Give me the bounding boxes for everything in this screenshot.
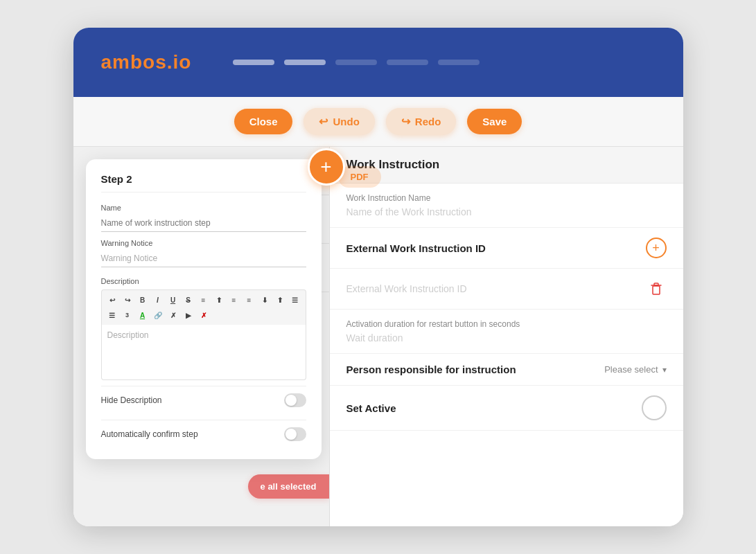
- work-instruction-name-row: Work Instruction Name Name of the Work I…: [330, 184, 683, 228]
- main-content: + Step 2 Name Warning Notice Warning Not…: [73, 147, 683, 526]
- editor-video[interactable]: ▶: [182, 308, 195, 322]
- editor-align-justify[interactable]: ≡: [243, 293, 256, 307]
- wi-name-label: Work Instruction Name: [346, 193, 667, 203]
- hide-desc-label: Hide Description: [101, 395, 162, 405]
- step2-title: Step 2: [101, 173, 306, 193]
- editor-heading[interactable]: 3: [121, 308, 134, 322]
- editor-align-center[interactable]: ⬆: [212, 293, 226, 307]
- activation-placeholder: Wait duration: [346, 332, 667, 343]
- person-placeholder: Please select: [604, 364, 658, 375]
- wi-name-value: Name of the Work Instruction: [346, 206, 667, 217]
- step2-card: Step 2 Name Warning Notice Warning Notic…: [86, 159, 322, 459]
- nav-pill-2[interactable]: [284, 60, 326, 65]
- external-id-add-row: External Work Instruction ID +: [330, 228, 683, 269]
- close-label: Close: [249, 116, 278, 127]
- editor-align-right[interactable]: ≡: [227, 293, 241, 307]
- editor-redo[interactable]: ↪: [121, 293, 134, 307]
- close-button[interactable]: Close: [234, 109, 293, 134]
- nav-pill-1[interactable]: [233, 60, 274, 65]
- activation-duration-row: Activation duration for restart button i…: [330, 310, 683, 354]
- editor-undo[interactable]: ↩: [105, 293, 119, 307]
- right-panel: Work Instruction Work Instruction Name N…: [330, 147, 683, 526]
- nav-pill-3[interactable]: [335, 60, 377, 65]
- editor-strikethrough[interactable]: S: [182, 293, 195, 307]
- editor-list-ol[interactable]: ☰: [105, 308, 119, 322]
- editor-underline[interactable]: U: [166, 293, 180, 307]
- left-panel: Step 2 Name Warning Notice Warning Notic…: [73, 147, 330, 526]
- external-id-delete-row: External Work Instruction ID: [330, 269, 683, 310]
- hide-desc-toggle[interactable]: [284, 393, 306, 407]
- editor-indent[interactable]: ⬇: [258, 293, 272, 307]
- ext-id-input[interactable]: External Work Instruction ID: [346, 283, 646, 294]
- editor-unlink[interactable]: ✗: [166, 308, 180, 322]
- editor-remove[interactable]: ✗: [197, 308, 211, 322]
- set-active-label: Set Active: [346, 402, 396, 414]
- person-select[interactable]: Please select ▾: [604, 364, 666, 375]
- nav-pill-5[interactable]: [438, 60, 480, 65]
- activation-label: Activation duration for restart button i…: [346, 319, 667, 329]
- desc-placeholder: Description: [107, 330, 149, 340]
- redo-button[interactable]: ↪ Redo: [386, 108, 457, 135]
- editor-italic[interactable]: I: [151, 293, 165, 307]
- editor-area[interactable]: Description: [101, 325, 306, 380]
- name-label: Name: [101, 204, 306, 212]
- brand-logo: ambos.io: [101, 51, 192, 73]
- add-button[interactable]: +: [308, 148, 345, 186]
- warning-notice-label: Warning Notice: [101, 239, 306, 247]
- editor-color[interactable]: A: [136, 308, 150, 322]
- editor-align-left[interactable]: ≡: [197, 293, 211, 307]
- nav-pills: [233, 60, 480, 65]
- section-title: Work Instruction: [346, 158, 667, 172]
- redo-label: Redo: [415, 116, 441, 127]
- hide-description-row: Hide Description: [101, 386, 306, 414]
- ext-id-title: External Work Instruction ID: [346, 242, 486, 254]
- redo-icon: ↪: [401, 115, 410, 128]
- editor-link[interactable]: 🔗: [151, 308, 165, 322]
- brand-name: ambos.io: [101, 51, 192, 73]
- undo-icon: ↩: [319, 115, 328, 128]
- nav-pill-4[interactable]: [387, 60, 428, 65]
- name-input[interactable]: [101, 215, 306, 232]
- undo-label: Undo: [333, 116, 359, 127]
- add-icon: +: [320, 156, 331, 178]
- work-instruction-header: Work Instruction: [330, 147, 683, 184]
- auto-confirm-label: Automatically confirm step: [101, 429, 198, 439]
- device-frame: ambos.io Close ↩ Undo ↪ Redo Save +: [73, 28, 683, 526]
- svg-rect-0: [653, 286, 660, 294]
- editor-bold[interactable]: B: [136, 293, 150, 307]
- desc-label: Description: [101, 277, 306, 285]
- chevron-down-icon: ▾: [662, 365, 667, 375]
- set-active-row: Set Active: [330, 386, 683, 431]
- auto-confirm-toggle[interactable]: [284, 427, 306, 441]
- select-all-button[interactable]: e all selected: [248, 474, 329, 499]
- add-external-id-button[interactable]: +: [646, 238, 667, 258]
- editor-toolbar: ↩ ↪ B I U S ≡ ⬆ ≡ ≡ ⬇ ⬆ ☰ ☰ 3: [101, 289, 306, 325]
- person-responsible-row: Person responsible for instruction Pleas…: [330, 354, 683, 386]
- editor-outdent[interactable]: ⬆: [273, 293, 287, 307]
- warning-notice-value: Warning Notice: [101, 250, 306, 267]
- svg-rect-2: [654, 283, 658, 285]
- person-label: Person responsible for instruction: [346, 364, 516, 375]
- save-button[interactable]: Save: [467, 109, 522, 134]
- editor-list-ul[interactable]: ☰: [288, 293, 302, 307]
- save-label: Save: [482, 116, 507, 127]
- top-nav: ambos.io: [73, 28, 683, 97]
- set-active-toggle[interactable]: [642, 395, 667, 420]
- undo-button[interactable]: ↩ Undo: [304, 108, 374, 135]
- toolbar: Close ↩ Undo ↪ Redo Save: [73, 97, 683, 147]
- delete-external-id-button[interactable]: [646, 278, 667, 299]
- auto-confirm-row: Automatically confirm step: [101, 420, 306, 448]
- description-section: Description ↩ ↪ B I U S ≡ ⬆ ≡ ≡ ⬇ ⬆: [101, 277, 306, 380]
